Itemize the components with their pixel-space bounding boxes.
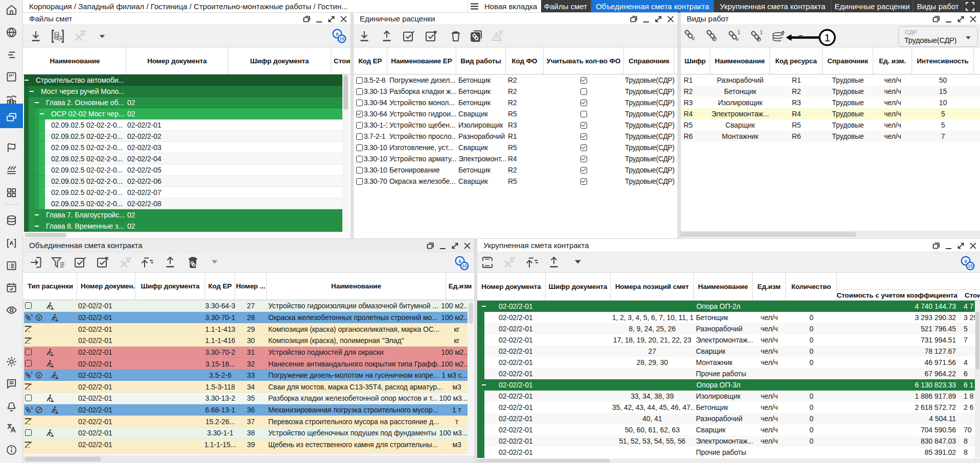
svg-text:15: 15 (968, 263, 973, 269)
svg-text:A: A (10, 240, 14, 246)
svg-text:1: 1 (31, 313, 33, 318)
svg-text:15: 15 (339, 36, 344, 41)
svg-text:V: V (692, 36, 695, 41)
svg-text:8: 8 (964, 259, 967, 264)
svg-text:1: 1 (760, 29, 763, 35)
svg-text:1: 1 (824, 32, 830, 43)
svg-text:1: 1 (31, 371, 33, 375)
svg-text:15: 15 (462, 263, 467, 269)
svg-text:1: 1 (737, 29, 740, 35)
svg-text:1: 1 (196, 258, 199, 263)
svg-text:1: 1 (31, 406, 33, 410)
svg-text:8: 8 (336, 32, 338, 37)
svg-text:8: 8 (458, 259, 461, 264)
svg-text:V: V (736, 37, 739, 42)
